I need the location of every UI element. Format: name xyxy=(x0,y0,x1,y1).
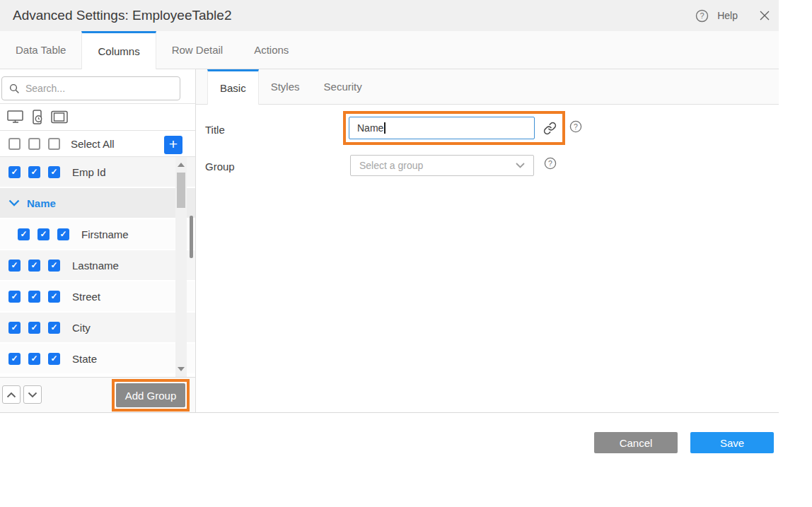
desktop-icon[interactable] xyxy=(7,110,24,124)
group-help-icon[interactable]: ? xyxy=(544,157,557,173)
chevron-up-icon xyxy=(6,392,16,398)
column-checkbox[interactable]: ✓ xyxy=(8,260,21,272)
device-toggle-row xyxy=(0,104,195,131)
column-list-scrollbar[interactable] xyxy=(175,157,187,377)
chevron-down-icon xyxy=(28,392,37,398)
column-checkbox[interactable]: ✓ xyxy=(57,228,69,240)
search-icon xyxy=(9,83,20,94)
svg-text:?: ? xyxy=(574,122,578,131)
column-row[interactable]: ✓✓✓Firstname xyxy=(0,219,195,250)
search-input[interactable]: Search... xyxy=(1,76,180,100)
columns-sidebar: Search... Select All + ✓✓✓Emp IdName✓✓✓F… xyxy=(0,69,196,412)
move-down-button[interactable] xyxy=(23,385,42,404)
chevron-down-icon xyxy=(516,163,525,168)
select-all-checkbox-2[interactable] xyxy=(28,138,40,150)
sidebar-bottom-bar: Add Group xyxy=(0,377,195,412)
group-select[interactable]: Select a group xyxy=(350,155,534,176)
tablet-icon[interactable] xyxy=(51,110,69,124)
title-help-icon[interactable]: ? xyxy=(569,120,582,136)
title-input-value: Name xyxy=(357,122,383,134)
column-checkbox[interactable]: ✓ xyxy=(28,260,40,272)
column-checkbox[interactable]: ✓ xyxy=(8,291,21,303)
select-all-checkbox-1[interactable] xyxy=(8,138,21,150)
add-group-highlight: Add Group xyxy=(112,379,190,412)
column-checkbox[interactable]: ✓ xyxy=(8,322,21,334)
column-group-row[interactable]: Name xyxy=(0,188,195,219)
close-icon[interactable] xyxy=(759,10,770,21)
scrollbar-thumb[interactable] xyxy=(177,173,185,208)
dialog-header: Advanced Settings: EmployeeTable2 ? Help xyxy=(0,0,779,31)
column-group-label: Name xyxy=(27,197,56,209)
column-checkbox[interactable]: ✓ xyxy=(48,166,60,178)
column-checkbox[interactable]: ✓ xyxy=(37,228,50,240)
column-detail-panel: Basic Styles Security Title Name ? Group… xyxy=(196,69,779,412)
column-checkbox[interactable]: ✓ xyxy=(48,353,60,365)
column-checkbox[interactable]: ✓ xyxy=(8,353,21,365)
tab-columns[interactable]: Columns xyxy=(81,31,156,69)
title-input[interactable]: Name xyxy=(349,117,535,139)
sidebar-scrollbar-thumb[interactable] xyxy=(190,216,193,258)
detail-tab-bar: Basic Styles Security xyxy=(196,69,779,105)
tab-data-table[interactable]: Data Table xyxy=(0,31,81,69)
dialog-footer: Cancel Save xyxy=(0,412,779,507)
column-label: Firstname xyxy=(81,228,129,240)
column-checkbox[interactable]: ✓ xyxy=(28,322,40,334)
tab-basic[interactable]: Basic xyxy=(207,69,259,105)
advanced-settings-dialog: Advanced Settings: EmployeeTable2 ? Help… xyxy=(0,0,812,507)
column-list: ✓✓✓Emp IdName✓✓✓Firstname✓✓✓Lastname✓✓✓S… xyxy=(0,157,195,377)
column-checkbox[interactable]: ✓ xyxy=(28,291,40,303)
group-select-placeholder: Select a group xyxy=(359,160,423,171)
column-checkbox[interactable]: ✓ xyxy=(48,322,60,334)
text-cursor xyxy=(384,122,385,134)
tab-row-detail[interactable]: Row Detail xyxy=(156,31,239,69)
add-group-button[interactable]: Add Group xyxy=(116,383,185,407)
column-label: City xyxy=(72,322,91,334)
select-all-checkbox-3[interactable] xyxy=(48,138,60,150)
column-row[interactable]: ✓✓✓State xyxy=(0,344,195,375)
column-row[interactable]: ✓✓✓Emp Id xyxy=(0,157,195,188)
select-all-label: Select All xyxy=(71,138,115,150)
tab-actions[interactable]: Actions xyxy=(238,31,304,69)
title-field-highlight: Name xyxy=(343,111,565,145)
column-row[interactable]: ✓✓✓City xyxy=(0,313,195,344)
save-button[interactable]: Save xyxy=(690,432,774,453)
cancel-button[interactable]: Cancel xyxy=(594,432,678,453)
column-checkbox[interactable]: ✓ xyxy=(28,353,40,365)
title-field-label: Title xyxy=(205,124,225,136)
main-tab-bar: Data Table Columns Row Detail Actions xyxy=(0,31,779,69)
column-row[interactable]: ✓✓✓Lastname xyxy=(0,250,195,281)
search-placeholder: Search... xyxy=(25,83,65,94)
column-checkbox[interactable]: ✓ xyxy=(48,291,60,303)
svg-text:?: ? xyxy=(700,11,704,20)
add-column-button[interactable]: + xyxy=(164,136,182,154)
column-label: Lastname xyxy=(72,260,119,272)
column-label: Emp Id xyxy=(72,166,106,178)
scroll-up-icon[interactable] xyxy=(178,163,185,167)
group-field-label: Group xyxy=(205,161,235,173)
help-label[interactable]: Help xyxy=(717,10,738,21)
move-up-button[interactable] xyxy=(2,385,21,404)
column-checkbox[interactable]: ✓ xyxy=(8,166,21,178)
column-checkbox[interactable]: ✓ xyxy=(48,260,60,272)
column-checkbox[interactable]: ✓ xyxy=(18,228,30,240)
tab-styles[interactable]: Styles xyxy=(259,69,312,104)
column-row[interactable]: ✓✓✓Street xyxy=(0,281,195,313)
dialog-title: Advanced Settings: EmployeeTable2 xyxy=(13,0,231,31)
svg-text:?: ? xyxy=(548,159,552,168)
search-row: Search... xyxy=(0,69,195,104)
phone-icon[interactable] xyxy=(31,110,44,125)
plus-icon: + xyxy=(169,136,178,152)
column-label: State xyxy=(72,353,97,365)
scroll-down-icon[interactable] xyxy=(178,367,185,371)
column-checkbox[interactable]: ✓ xyxy=(28,166,40,178)
group-chevron-down-icon[interactable] xyxy=(8,199,20,206)
link-icon[interactable] xyxy=(543,122,557,135)
tab-security[interactable]: Security xyxy=(312,69,374,104)
column-label: Street xyxy=(72,291,100,303)
help-icon[interactable]: ? xyxy=(695,9,709,23)
